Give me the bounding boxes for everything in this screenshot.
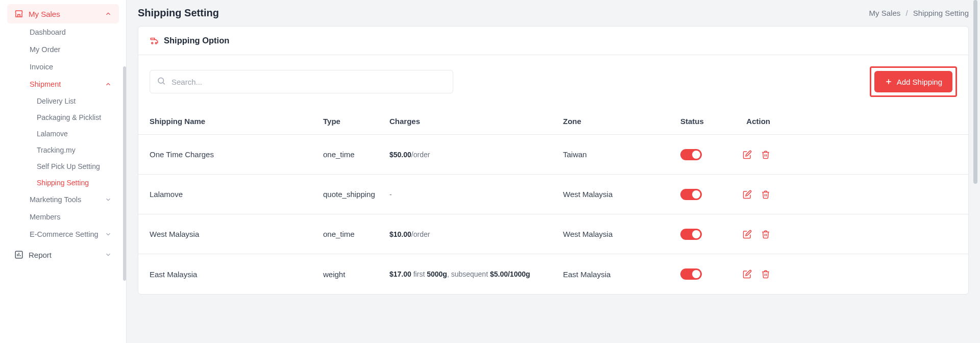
delete-button[interactable]	[761, 190, 770, 199]
cell-status	[680, 268, 731, 280]
cell-type: quote_shipping	[323, 190, 389, 199]
breadcrumb-current: Shipping Setting	[913, 9, 969, 17]
cell-type: weight	[323, 270, 389, 279]
delete-button[interactable]	[761, 150, 770, 159]
page-scrollbar[interactable]	[972, 0, 979, 343]
sidebar-item-label: Marketing Tools	[30, 195, 81, 204]
cell-shipping-name: East Malaysia	[150, 270, 323, 279]
status-toggle[interactable]	[680, 149, 702, 160]
status-toggle[interactable]	[680, 268, 702, 280]
sidebar-subitem-tracking-my[interactable]: Tracking.my	[34, 142, 119, 158]
sidebar-subgroup-shipment[interactable]: Shipment	[24, 76, 119, 93]
th-status: Status	[680, 117, 731, 126]
cell-shipping-name: Lalamove	[150, 190, 323, 199]
sidebar-subitem-lalamove[interactable]: Lalamove	[34, 126, 119, 142]
th-shipping-name: Shipping Name	[150, 117, 323, 126]
chevron-down-icon	[105, 251, 112, 258]
add-shipping-highlight: Add Shipping	[870, 66, 957, 97]
cell-actions	[731, 190, 770, 199]
search-icon	[157, 77, 166, 87]
sidebar-item-label: Lalamove	[37, 130, 68, 138]
cell-actions	[731, 230, 770, 239]
shipping-table: Shipping Name Type Charges Zone Status A…	[138, 108, 968, 294]
sidebar-subitem-self-pickup-setting[interactable]: Self Pick Up Setting	[34, 158, 119, 175]
edit-button[interactable]	[743, 190, 752, 199]
sidebar-subitem-packaging-picklist[interactable]: Packaging & Picklist	[34, 109, 119, 126]
search-input[interactable]	[150, 70, 453, 93]
svg-line-4	[163, 83, 164, 84]
svg-point-1	[152, 42, 153, 44]
cell-shipping-name: One Time Charges	[150, 150, 323, 159]
cell-status	[680, 189, 731, 200]
chevron-down-icon	[105, 231, 112, 238]
status-toggle[interactable]	[680, 189, 702, 200]
sidebar-item-dashboard[interactable]: Dashboard	[24, 23, 119, 41]
page-title: Shipping Setting	[138, 7, 219, 19]
table-header-row: Shipping Name Type Charges Zone Status A…	[138, 108, 968, 135]
cell-status	[680, 229, 731, 240]
cell-charges: -	[389, 190, 563, 199]
chevron-up-icon	[105, 81, 112, 88]
edit-button[interactable]	[743, 230, 752, 239]
cell-zone: Taiwan	[563, 150, 680, 159]
sidebar-item-label: Shipment	[30, 80, 61, 88]
th-charges: Charges	[389, 117, 563, 126]
sidebar-item-my-order[interactable]: My Order	[24, 41, 119, 58]
bar-chart-icon	[14, 250, 23, 259]
sidebar-item-label: Packaging & Picklist	[37, 113, 101, 121]
cell-type: one_time	[323, 230, 389, 238]
trash-icon	[761, 230, 770, 239]
sidebar-item-label: Invoice	[30, 63, 53, 71]
cell-zone: West Malaysia	[563, 190, 680, 199]
delete-button[interactable]	[761, 270, 770, 279]
sidebar-item-label: Tracking.my	[37, 146, 76, 154]
sidebar-item-ecommerce-setting[interactable]: E-Commerce Setting	[24, 226, 119, 243]
sidebar-group-label: Report	[29, 251, 52, 259]
sidebar-item-label: My Order	[30, 45, 60, 54]
breadcrumb-separator: /	[905, 9, 908, 17]
edit-icon	[743, 150, 752, 159]
sidebar-group-report[interactable]: Report	[7, 245, 119, 264]
sidebar-group-my-sales[interactable]: My Sales	[7, 4, 119, 23]
trash-icon	[761, 150, 770, 159]
store-icon	[14, 9, 23, 18]
trash-icon	[761, 270, 770, 279]
cell-type: one_time	[323, 150, 389, 159]
delete-button[interactable]	[761, 230, 770, 239]
shipping-icon	[150, 36, 159, 45]
cell-charges: $10.00/order	[389, 230, 563, 238]
sidebar: My Sales Dashboard My Order Invoice	[0, 0, 127, 343]
cell-status	[680, 149, 731, 160]
chevron-down-icon	[105, 196, 112, 203]
shipping-option-card: Shipping Option Add Shipping	[138, 26, 969, 295]
sidebar-item-label: Delivery List	[37, 97, 76, 105]
th-zone: Zone	[563, 117, 680, 126]
th-type: Type	[323, 117, 389, 126]
edit-icon	[743, 230, 752, 239]
edit-button[interactable]	[743, 150, 752, 159]
table-row: East Malaysiaweight$17.00 first 5000g, s…	[138, 254, 968, 294]
edit-icon	[743, 190, 752, 199]
sidebar-subitem-shipping-setting[interactable]: Shipping Setting	[34, 175, 119, 191]
edit-icon	[743, 270, 752, 279]
sidebar-item-marketing-tools[interactable]: Marketing Tools	[24, 191, 119, 208]
cell-zone: East Malaysia	[563, 270, 680, 279]
breadcrumb: My Sales / Shipping Setting	[869, 9, 969, 17]
plus-icon	[885, 78, 893, 86]
sidebar-group-label: My Sales	[29, 10, 60, 18]
add-shipping-button[interactable]: Add Shipping	[874, 71, 952, 92]
cell-charges: $50.00/order	[389, 151, 563, 159]
sidebar-subitem-delivery-list[interactable]: Delivery List	[34, 93, 119, 109]
sidebar-item-members[interactable]: Members	[24, 208, 119, 226]
table-row: West Malaysiaone_time$10.00/orderWest Ma…	[138, 214, 968, 254]
sidebar-item-label: Members	[30, 213, 60, 221]
edit-button[interactable]	[743, 270, 752, 279]
card-title-text: Shipping Option	[164, 36, 229, 45]
breadcrumb-root[interactable]: My Sales	[869, 9, 901, 17]
cell-shipping-name: West Malaysia	[150, 230, 323, 238]
status-toggle[interactable]	[680, 229, 702, 240]
sidebar-item-label: Self Pick Up Setting	[37, 162, 100, 170]
table-row: One Time Chargesone_time$50.00/orderTaiw…	[138, 135, 968, 175]
chevron-up-icon	[105, 10, 112, 17]
sidebar-item-invoice[interactable]: Invoice	[24, 58, 119, 76]
